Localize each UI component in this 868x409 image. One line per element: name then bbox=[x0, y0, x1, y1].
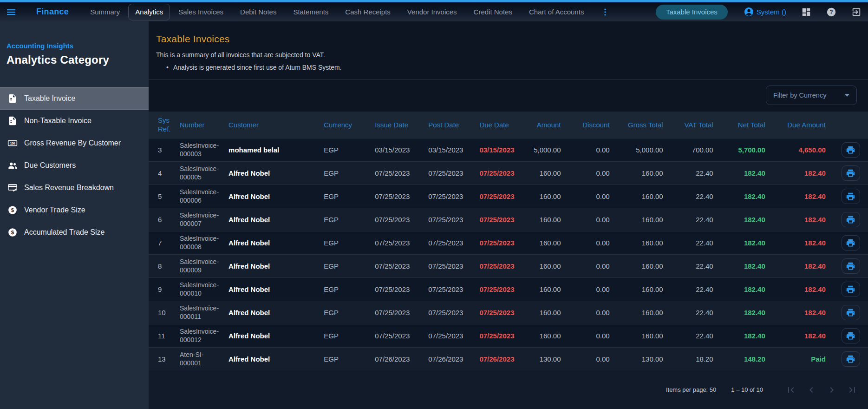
next-page-button[interactable] bbox=[822, 381, 842, 399]
chevron-left-icon bbox=[806, 384, 817, 396]
menu-icon[interactable] bbox=[6, 7, 17, 18]
table-row: 8SalesInvoice- 000009Alfred NobelEGP07/2… bbox=[149, 254, 868, 277]
tab-statements[interactable]: Statements bbox=[285, 4, 337, 20]
tab-vendor-invoices[interactable]: Vendor Invoices bbox=[399, 4, 465, 20]
cell-number: SalesInvoice- 000007 bbox=[174, 208, 222, 231]
print-invoice-button[interactable] bbox=[842, 235, 860, 251]
cell-issue_date: 07/25/2023 bbox=[369, 231, 422, 254]
print-invoice-button[interactable] bbox=[842, 212, 860, 227]
filter-by-currency-dropdown[interactable]: Filter by Currency bbox=[766, 86, 857, 105]
previous-page-button[interactable] bbox=[801, 381, 822, 399]
print-invoice-button[interactable] bbox=[842, 165, 860, 181]
cell-customer: Alfred Nobel bbox=[222, 231, 318, 254]
sidebar-item-non-taxable-invoice[interactable]: Non-Taxable Invoice bbox=[0, 110, 149, 132]
table-row: 6SalesInvoice- 000007Alfred NobelEGP07/2… bbox=[149, 208, 868, 231]
print-invoice-button[interactable] bbox=[842, 189, 860, 204]
cell-customer: mohamed belal bbox=[222, 138, 318, 161]
table-row: 7SalesInvoice- 000008Alfred NobelEGP07/2… bbox=[149, 231, 868, 254]
tab-summary[interactable]: Summary bbox=[82, 4, 128, 20]
column-header-currency: Currency bbox=[318, 112, 369, 138]
print-invoice-button[interactable] bbox=[842, 142, 860, 158]
cell-due_amount: 182.40 bbox=[771, 254, 831, 277]
cell-net_total: 182.40 bbox=[719, 254, 771, 277]
filter-label: Filter by Currency bbox=[773, 92, 826, 99]
table-row: 10SalesInvoice- 000011Alfred NobelEGP07/… bbox=[149, 301, 868, 324]
table-row: 4SalesInvoice- 000005Alfred NobelEGP07/2… bbox=[149, 161, 868, 185]
print-invoice-button[interactable] bbox=[842, 282, 860, 297]
sidebar-title: Analytics Category bbox=[0, 50, 149, 66]
sidebar-item-sales-revenue-breakdown[interactable]: Sales Revenue Breakdown bbox=[0, 177, 149, 199]
tab-analytics[interactable]: Analytics bbox=[128, 4, 170, 20]
more-menu-icon[interactable] bbox=[600, 7, 610, 17]
banknote-icon: 100 bbox=[7, 138, 18, 148]
cell-post_date: 07/25/2023 bbox=[422, 254, 473, 277]
apps-grid-icon[interactable] bbox=[801, 7, 811, 17]
logout-icon[interactable] bbox=[851, 7, 861, 17]
card-check-icon bbox=[7, 183, 18, 193]
help-icon[interactable]: ? bbox=[826, 7, 836, 17]
cell-issue_date: 07/26/2023 bbox=[369, 347, 422, 370]
cell-issue_date: 07/25/2023 bbox=[369, 254, 422, 277]
sidebar: Accounting Insights Analytics Category T… bbox=[0, 21, 149, 409]
column-header-discount: Discount bbox=[567, 112, 615, 138]
taxable-invoices-pill-button[interactable]: Taxable Invoices bbox=[656, 5, 728, 20]
table-row: 3SalesInvoice- 000003mohamed belalEGP03/… bbox=[149, 138, 868, 161]
cell-customer: Alfred Nobel bbox=[222, 301, 318, 324]
print-icon bbox=[846, 308, 855, 317]
cell-print-action bbox=[831, 185, 868, 208]
chevron-right-icon bbox=[826, 384, 837, 396]
main-content: Taxable Invoices This is a summary of al… bbox=[149, 21, 868, 409]
app-brand[interactable]: Finance bbox=[36, 7, 69, 17]
cell-number: Aten-SI- 000001 bbox=[174, 347, 222, 370]
sidebar-item-accumulated-trade-size[interactable]: $Accumulated Trade Size bbox=[0, 221, 149, 244]
cell-vat_total: 22.40 bbox=[669, 185, 719, 208]
tab-debit-notes[interactable]: Debit Notes bbox=[232, 4, 285, 20]
sidebar-item-label: Sales Revenue Breakdown bbox=[24, 184, 114, 192]
column-header-print-actions bbox=[831, 112, 868, 138]
print-icon bbox=[846, 331, 855, 341]
tab-credit-notes[interactable]: Credit Notes bbox=[465, 4, 521, 20]
cell-net_total: 182.40 bbox=[719, 277, 771, 301]
cell-amount: 160.00 bbox=[524, 231, 566, 254]
page-size-value: 50 bbox=[710, 386, 716, 393]
last-page-button[interactable] bbox=[842, 381, 862, 399]
cell-vat_total: 22.40 bbox=[669, 301, 719, 324]
cell-number: SalesInvoice- 000012 bbox=[174, 324, 222, 347]
cell-number: SalesInvoice- 000008 bbox=[174, 231, 222, 254]
cell-print-action bbox=[831, 324, 868, 347]
print-invoice-button[interactable] bbox=[842, 351, 860, 367]
cell-currency: EGP bbox=[318, 324, 369, 347]
last-page-icon bbox=[847, 384, 858, 396]
cell-net_total: 182.40 bbox=[719, 301, 771, 324]
cell-post_date: 07/25/2023 bbox=[422, 208, 473, 231]
cell-issue_date: 07/25/2023 bbox=[369, 161, 422, 185]
print-icon bbox=[846, 354, 855, 364]
user-menu[interactable]: System () bbox=[744, 7, 786, 17]
cell-number: SalesInvoice- 000005 bbox=[174, 161, 222, 185]
table-row: 9SalesInvoice- 000010Alfred NobelEGP07/2… bbox=[149, 277, 868, 301]
cell-issue_date: 03/15/2023 bbox=[369, 138, 422, 161]
cell-vat_total: 22.40 bbox=[669, 161, 719, 185]
tab-chart-of-accounts[interactable]: Chart of Accounts bbox=[521, 4, 592, 20]
tab-sales-invoices[interactable]: Sales Invoices bbox=[170, 4, 232, 20]
cell-print-action bbox=[831, 231, 868, 254]
sidebar-item-label: Gross Revenue By Customer bbox=[24, 139, 121, 147]
svg-text:$: $ bbox=[11, 230, 14, 235]
column-header-number: Number bbox=[174, 112, 222, 138]
print-invoice-button[interactable] bbox=[842, 328, 860, 343]
print-invoice-button[interactable] bbox=[842, 258, 860, 274]
print-invoice-button[interactable] bbox=[842, 305, 860, 320]
cell-customer: Alfred Nobel bbox=[222, 347, 318, 370]
sidebar-item-taxable-invoice[interactable]: Taxable Invoice bbox=[0, 87, 149, 110]
tab-cash-receipts[interactable]: Cash Receipts bbox=[337, 4, 399, 20]
cell-post_date: 07/25/2023 bbox=[422, 161, 473, 185]
cell-post_date: 07/25/2023 bbox=[422, 301, 473, 324]
sidebar-item-due-customers[interactable]: Due Customers bbox=[0, 154, 149, 177]
sidebar-item-vendor-trade-size[interactable]: $Vendor Trade Size bbox=[0, 199, 149, 221]
svg-text:$: $ bbox=[11, 207, 14, 213]
sidebar-item-gross-revenue-by-customer[interactable]: 100Gross Revenue By Customer bbox=[0, 132, 149, 154]
first-page-button[interactable] bbox=[781, 381, 801, 399]
invoice-icon bbox=[7, 116, 18, 126]
sidebar-item-label: Due Customers bbox=[24, 161, 76, 170]
cell-due_date: 07/25/2023 bbox=[473, 301, 524, 324]
